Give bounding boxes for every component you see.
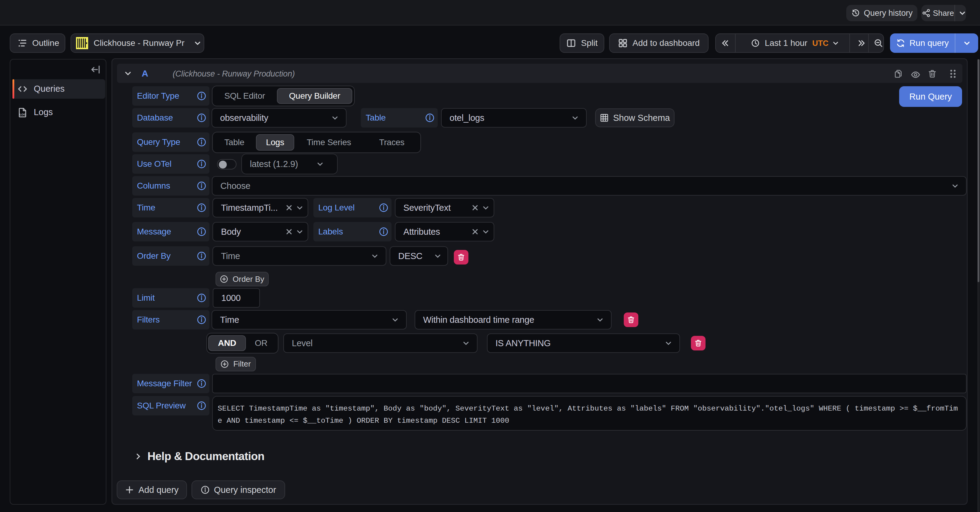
svg-text:LOG: LOG (20, 113, 26, 116)
